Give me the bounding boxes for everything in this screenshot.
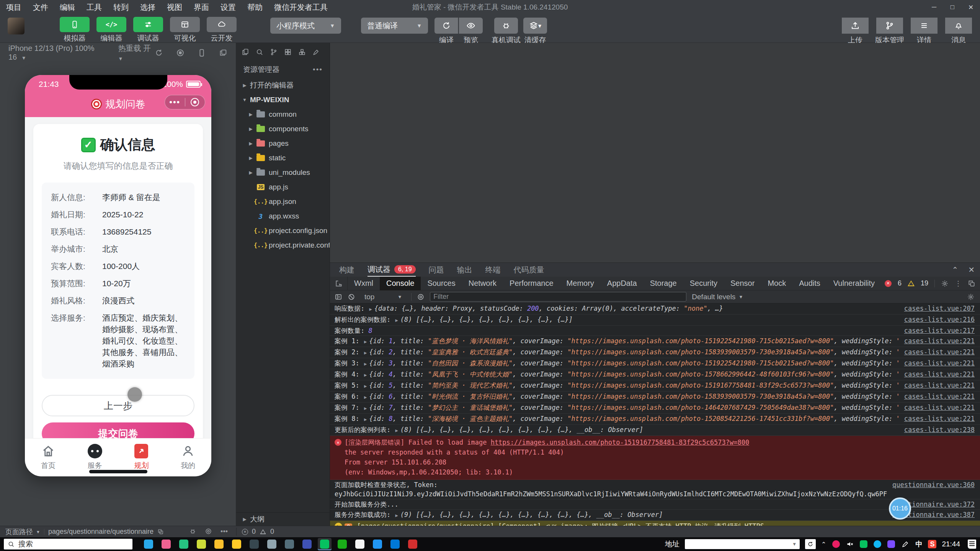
device-frame-icon[interactable] bbox=[198, 49, 206, 57]
app-wechat[interactable] bbox=[353, 538, 367, 550]
app-notes[interactable] bbox=[265, 538, 279, 550]
app-hbuilderx[interactable] bbox=[335, 538, 349, 550]
expand-warning-icon[interactable]: ▶ bbox=[335, 523, 342, 526]
panel-tab-输出[interactable]: 输出 bbox=[457, 263, 472, 277]
source-link[interactable]: cases-list.vue:221 bbox=[904, 381, 975, 390]
panel-tab-构建[interactable]: 构建 bbox=[339, 263, 354, 277]
close-button[interactable]: ✕ bbox=[962, 0, 980, 15]
app-sogou[interactable] bbox=[406, 538, 420, 550]
app-tool[interactable] bbox=[194, 538, 208, 550]
tray-app-icon[interactable] bbox=[887, 540, 896, 549]
panel-tab-调试器[interactable]: 调试器6, 19 bbox=[368, 263, 416, 277]
source-link[interactable]: cases-list.vue:221 bbox=[904, 392, 975, 401]
minimize-button[interactable]: ─ bbox=[925, 0, 943, 15]
toggle-调试器-button[interactable] bbox=[133, 17, 163, 32]
toggle-模拟器-button[interactable] bbox=[60, 17, 90, 32]
bug-icon[interactable] bbox=[189, 528, 196, 536]
tree-root[interactable]: ▼MP-WEIXIN bbox=[236, 93, 330, 107]
search-icon[interactable] bbox=[256, 48, 263, 56]
hot-reload-toggle[interactable]: 热重载 开 ▼ bbox=[118, 43, 155, 62]
app-green-phone[interactable] bbox=[177, 538, 191, 550]
tree-item-app.json[interactable]: {..}app.json bbox=[236, 194, 330, 209]
app-folder[interactable] bbox=[230, 538, 243, 550]
source-link[interactable]: cases-list.vue:221 bbox=[904, 336, 975, 346]
devtools-tab-Console[interactable]: Console bbox=[380, 277, 421, 290]
source-link[interactable]: questionnaire.vue:360 bbox=[892, 480, 975, 489]
inspect-element-icon[interactable] bbox=[330, 277, 348, 290]
sidebar-toggle-icon[interactable] bbox=[335, 293, 342, 301]
more-icon[interactable]: ••• bbox=[313, 65, 323, 74]
outline-section[interactable]: ▶大纲 bbox=[236, 513, 330, 526]
tab-我的[interactable]: 我的 bbox=[165, 439, 211, 476]
grid-icon[interactable] bbox=[284, 48, 292, 56]
console-settings-gear-icon[interactable] bbox=[967, 293, 975, 301]
menu-item-编辑[interactable]: 编辑 bbox=[60, 2, 75, 13]
menu-item-界面[interactable]: 界面 bbox=[194, 2, 209, 13]
app-vscode[interactable] bbox=[371, 538, 384, 550]
notification-center-icon[interactable] bbox=[968, 540, 976, 549]
more-icon[interactable]: ••• bbox=[220, 528, 228, 536]
menu-item-设置[interactable]: 设置 bbox=[220, 2, 236, 13]
more-button[interactable]: ••• bbox=[165, 97, 185, 107]
clock[interactable]: 21:44 bbox=[942, 540, 960, 548]
log-levels-select[interactable]: Default levels ▼ bbox=[692, 293, 743, 301]
devtools-tab-Memory[interactable]: Memory bbox=[560, 277, 601, 290]
devtools-tab-Wxml[interactable]: Wxml bbox=[348, 277, 380, 290]
eye-icon[interactable] bbox=[205, 528, 212, 536]
devtools-tab-Network[interactable]: Network bbox=[462, 277, 503, 290]
app-chrome[interactable] bbox=[212, 538, 226, 550]
tray-qq-icon[interactable] bbox=[873, 540, 882, 549]
tray-sogou-icon[interactable]: S bbox=[928, 540, 936, 548]
toggle-云开发-button[interactable] bbox=[207, 17, 237, 32]
dropper-icon[interactable] bbox=[312, 48, 320, 56]
devtools-tab-Sensor[interactable]: Sensor bbox=[724, 277, 761, 290]
multi-window-icon[interactable] bbox=[219, 49, 227, 57]
action-预览-button[interactable] bbox=[459, 18, 483, 34]
close-panel-icon[interactable]: ✕ bbox=[968, 265, 975, 274]
action-详情-button[interactable] bbox=[911, 18, 938, 34]
source-link[interactable]: cases-list.vue:238 bbox=[904, 425, 975, 434]
tab-首页[interactable]: 首页 bbox=[25, 439, 72, 476]
app-todesk[interactable] bbox=[159, 538, 173, 550]
collapse-panel-icon[interactable]: ⌃ bbox=[952, 265, 958, 274]
stop-record-icon[interactable] bbox=[176, 49, 185, 57]
tree-item-common[interactable]: ▶common bbox=[236, 107, 330, 122]
action-消息-button[interactable] bbox=[945, 18, 972, 34]
app-telegram[interactable] bbox=[142, 538, 155, 550]
source-link[interactable]: cases-list.vue:207 bbox=[904, 304, 975, 313]
source-link[interactable]: cases-list.vue:216 bbox=[904, 315, 975, 324]
menu-item-转到[interactable]: 转到 bbox=[113, 2, 129, 13]
copy-icon[interactable] bbox=[157, 528, 164, 535]
devtools-tab-Mock[interactable]: Mock bbox=[761, 277, 792, 290]
mode-select[interactable]: 小程序模式 ▼ bbox=[270, 18, 341, 34]
extensions-icon[interactable] bbox=[298, 48, 306, 56]
submit-button[interactable]: 提交问卷 bbox=[42, 422, 194, 438]
undock-icon[interactable] bbox=[968, 280, 975, 287]
action-版本管理-button[interactable] bbox=[876, 18, 903, 34]
app-edge[interactable] bbox=[388, 538, 402, 550]
tray-ime-icon[interactable]: 中 bbox=[914, 540, 923, 549]
app-ide[interactable] bbox=[300, 538, 314, 550]
action-清缓存-button[interactable]: ▾ bbox=[523, 18, 547, 34]
menu-item-项目[interactable]: 项目 bbox=[6, 2, 21, 13]
menu-item-帮助[interactable]: 帮助 bbox=[247, 2, 263, 13]
menu-item-微信开发者工具[interactable]: 微信开发者工具 bbox=[274, 2, 328, 13]
maximize-button[interactable]: □ bbox=[943, 0, 962, 15]
address-go-icon[interactable] bbox=[805, 539, 816, 549]
panel-tab-代码质量[interactable]: 代码质量 bbox=[514, 263, 544, 277]
devtools-tab-Vulnerability[interactable]: Vulnerability bbox=[827, 277, 881, 290]
tree-section-open-editors[interactable]: ▶打开的编辑器 bbox=[236, 78, 330, 93]
tray-mute-icon[interactable] bbox=[845, 540, 854, 549]
failed-image-link[interactable]: https://images.unsplash.com/photo-151916… bbox=[491, 439, 750, 446]
gear-icon[interactable] bbox=[941, 280, 949, 287]
app-wechat-devtools[interactable] bbox=[318, 538, 332, 550]
devtools-tab-Sources[interactable]: Sources bbox=[421, 277, 462, 290]
action-上传-button[interactable] bbox=[842, 18, 869, 34]
devtools-tab-Audits[interactable]: Audits bbox=[792, 277, 827, 290]
menu-item-文件[interactable]: 文件 bbox=[33, 2, 48, 13]
new-file-icon[interactable] bbox=[242, 48, 249, 56]
tree-item-pages[interactable]: ▶pages bbox=[236, 136, 330, 151]
menu-item-视图[interactable]: 视图 bbox=[167, 2, 182, 13]
source-link[interactable]: cases-list.vue:217 bbox=[904, 326, 975, 335]
refresh-icon[interactable] bbox=[155, 49, 163, 57]
